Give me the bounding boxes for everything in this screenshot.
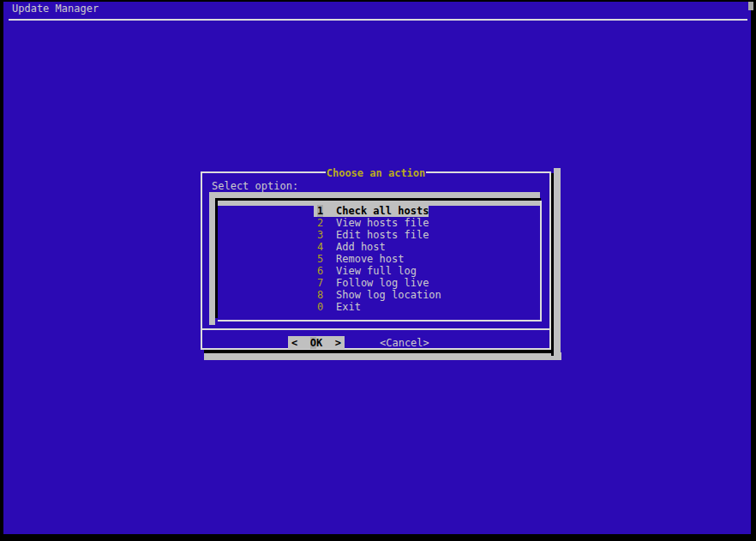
button-separator-line: [202, 328, 549, 330]
menubox-border-top-light: [209, 192, 540, 198]
ok-close-bracket: >: [335, 337, 341, 349]
backtitle: Update Manager: [12, 3, 99, 15]
menu-item-tag: 0: [317, 301, 336, 313]
menu-item-label: Edit hosts file: [336, 229, 429, 241]
menu-item[interactable]: 3Edit hosts file: [314, 229, 429, 241]
menu-item[interactable]: 1Check all hosts: [314, 205, 429, 217]
dialog-shadow-bottom-dark: [204, 350, 553, 353]
menu-item-tag: 8: [317, 289, 336, 301]
dialog-shadow-right-dark: [551, 173, 554, 356]
menu-item-tag: 5: [317, 253, 336, 265]
dialog-box: Choose an action Select option: 1Check a…: [201, 171, 551, 350]
menu-item-tag: 2: [317, 217, 336, 229]
terminal-window: Update Manager Choose an action Select o…: [0, 0, 756, 541]
menubox-border-left-light: [209, 192, 215, 325]
menu-item[interactable]: 0Exit: [314, 301, 361, 313]
menubox-border-right: [540, 201, 542, 322]
menu-item-tag: 7: [317, 277, 336, 289]
menu-item[interactable]: 6View full log: [314, 265, 417, 277]
menu-item[interactable]: 4Add host: [314, 241, 386, 253]
ok-button-label: OK: [310, 337, 322, 349]
menu-item-tag: 3: [317, 229, 336, 241]
menu-item[interactable]: 8Show log location: [314, 289, 441, 301]
dialog-prompt: Select option:: [212, 180, 298, 192]
menu-item-label: Remove host: [336, 253, 404, 265]
menu-item-label: Check all hosts: [336, 205, 429, 217]
ok-button[interactable]: < OK >: [288, 336, 345, 349]
menu-item-label: Exit: [336, 301, 361, 313]
menu-item-tag: 6: [317, 265, 336, 277]
menubox-border-left-dark: [215, 198, 218, 318]
menu-item-label: View full log: [336, 265, 417, 277]
backtitle-separator-line: [9, 19, 747, 21]
menubox-border-bottom: [218, 320, 542, 322]
menu-item-tag: 1: [317, 205, 336, 217]
dialog-shadow-right: [554, 168, 561, 360]
menu-item-label: Add host: [336, 241, 386, 253]
cancel-button[interactable]: <Cancel>: [380, 336, 429, 349]
menu-item-tag: 4: [317, 241, 336, 253]
menu-item-label: View hosts file: [336, 217, 429, 229]
ok-cursor-cell: O: [310, 337, 316, 349]
menu-item[interactable]: 2View hosts file: [314, 217, 429, 229]
dialog-shadow-bottom: [204, 352, 561, 360]
ok-open-bracket: <: [291, 337, 297, 349]
menu-item-label: Show log location: [336, 289, 441, 301]
menu-item-label: Follow log live: [336, 277, 429, 289]
menu-item[interactable]: 7Follow log live: [314, 277, 429, 289]
terminal-scrollbar-thumb[interactable]: [748, 2, 753, 10]
menu-item[interactable]: 5Remove host: [314, 253, 404, 265]
